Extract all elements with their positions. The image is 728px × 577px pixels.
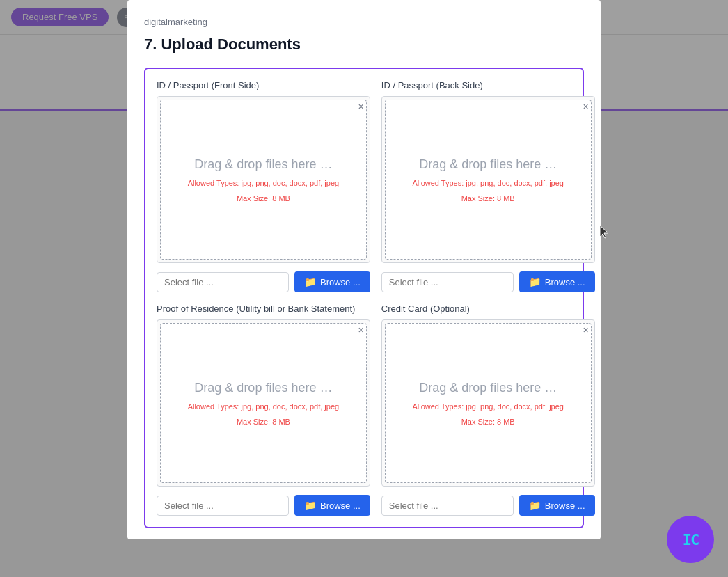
breadcrumb: digitalmarketing (144, 17, 584, 27)
id-back-browse-label: Browse ... (545, 277, 585, 287)
credit-browse-label: Browse ... (545, 500, 585, 511)
id-front-max-size: Max Size: 8 MB (237, 194, 290, 203)
proof-drop-hint: Drag & drop files here … (194, 381, 332, 395)
id-front-label: ID / Passport (Front Side) (157, 80, 370, 90)
proof-file-input[interactable] (157, 496, 289, 516)
credit-drop-hint: Drag & drop files here … (419, 381, 557, 395)
id-front-close-icon[interactable]: × (358, 101, 364, 112)
credit-allowed-types: Allowed Types: jpg, png, doc, docx, pdf,… (412, 402, 564, 411)
credit-file-input[interactable] (381, 496, 514, 516)
id-back-drop-wrapper: × Drag & drop files here … Allowed Types… (381, 96, 595, 263)
folder-icon-back: 📁 (529, 276, 541, 287)
proof-allowed-types: Allowed Types: jpg, png, doc, docx, pdf,… (188, 402, 340, 411)
upload-card-credit: Credit Card (Optional) × Drag & drop fil… (381, 303, 595, 516)
id-back-drop-zone[interactable]: Drag & drop files here … Allowed Types: … (385, 100, 592, 260)
upload-card-id-back: ID / Passport (Back Side) × Drag & drop … (381, 80, 595, 292)
id-back-file-input[interactable] (381, 272, 514, 292)
id-back-max-size: Max Size: 8 MB (461, 194, 515, 203)
id-front-drop-wrapper: × Drag & drop files here … Allowed Types… (157, 96, 370, 263)
proof-label: Proof of Residence (Utility bill or Bank… (157, 303, 370, 314)
modal-title: 7. Upload Documents (144, 35, 584, 54)
proof-close-icon[interactable]: × (358, 324, 364, 335)
id-front-drop-zone[interactable]: Drag & drop files here … Allowed Types: … (160, 100, 367, 260)
folder-icon-proof: 📁 (304, 500, 316, 511)
upload-section: ID / Passport (Front Side) × Drag & drop… (144, 68, 584, 528)
id-back-close-icon[interactable]: × (583, 101, 588, 112)
id-front-footer: 📁 Browse ... (157, 271, 370, 292)
id-back-drop-hint: Drag & drop files here … (419, 157, 557, 172)
credit-label: Credit Card (Optional) (381, 303, 595, 314)
id-back-footer: 📁 Browse ... (381, 271, 595, 292)
proof-footer: 📁 Browse ... (157, 495, 370, 516)
credit-drop-zone[interactable]: Drag & drop files here … Allowed Types: … (385, 323, 592, 483)
upload-card-id-front: ID / Passport (Front Side) × Drag & drop… (157, 80, 370, 292)
upload-card-proof: Proof of Residence (Utility bill or Bank… (157, 303, 370, 516)
credit-drop-wrapper: × Drag & drop files here … Allowed Types… (381, 319, 595, 487)
id-back-browse-button[interactable]: 📁 Browse ... (519, 271, 595, 292)
proof-browse-label: Browse ... (320, 500, 361, 511)
id-back-allowed-types: Allowed Types: jpg, png, doc, docx, pdf,… (412, 179, 564, 187)
id-front-browse-label: Browse ... (320, 277, 361, 287)
id-front-file-input[interactable] (157, 272, 289, 292)
credit-browse-button[interactable]: 📁 Browse ... (519, 495, 595, 516)
credit-max-size: Max Size: 8 MB (461, 418, 515, 426)
proof-browse-button[interactable]: 📁 Browse ... (294, 495, 370, 516)
proof-drop-wrapper: × Drag & drop files here … Allowed Types… (157, 319, 370, 487)
folder-icon: 📁 (304, 276, 316, 287)
credit-footer: 📁 Browse ... (381, 495, 595, 516)
proof-max-size: Max Size: 8 MB (237, 418, 290, 426)
folder-icon-credit: 📁 (529, 500, 541, 511)
id-front-browse-button[interactable]: 📁 Browse ... (294, 271, 370, 292)
proof-drop-zone[interactable]: Drag & drop files here … Allowed Types: … (160, 323, 367, 483)
id-front-drop-hint: Drag & drop files here … (194, 157, 332, 172)
logo-badge: IC (667, 516, 714, 563)
id-front-allowed-types: Allowed Types: jpg, png, doc, docx, pdf,… (188, 179, 340, 187)
logo-symbol: IC (683, 531, 699, 548)
credit-close-icon[interactable]: × (583, 324, 588, 335)
id-back-label: ID / Passport (Back Side) (381, 80, 595, 90)
upload-modal: digitalmarketing 7. Upload Documents ID … (127, 0, 601, 539)
